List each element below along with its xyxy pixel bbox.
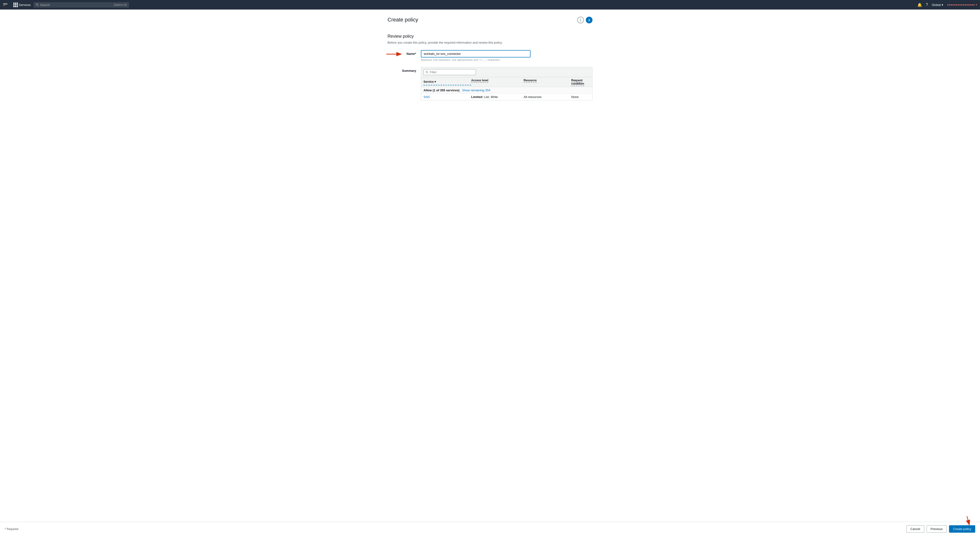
name-input[interactable] — [421, 50, 530, 57]
step-1: 1 — [577, 17, 584, 23]
show-remaining-link[interactable]: Show remaining 354 — [462, 88, 490, 92]
row-service-cell: SNS — [423, 95, 471, 99]
summary-label: Summary — [402, 67, 416, 72]
search-shortcut: [Option+S] — [114, 3, 127, 6]
row-resource-cell: All resources — [523, 95, 571, 99]
review-section: Review policy Before you create this pol… — [388, 34, 592, 100]
grid-icon — [13, 3, 18, 7]
col-access-header: Access level — [471, 79, 523, 85]
account-chevron-icon: ▾ — [976, 3, 977, 6]
allow-text: Allow (1 of 355 services) — [423, 88, 460, 92]
name-field-row: Name* Maximum 128 characters. Use alphan… — [388, 50, 592, 61]
name-input-wrap: Maximum 128 characters. Use alphanumeric… — [421, 50, 530, 61]
page-header: Create policy 1 2 — [388, 17, 592, 30]
services-nav-label: Services — [19, 3, 31, 7]
top-navigation: aws Services [Option+S] 🔔 ? Global ▾ ●●●… — [0, 0, 980, 10]
aws-logo[interactable]: aws — [3, 2, 11, 7]
global-selector[interactable]: Global ▾ — [932, 3, 943, 7]
filter-input-wrap[interactable] — [423, 69, 476, 75]
account-menu[interactable]: ●●●●●●●●●●●●●●●● ▾ — [947, 3, 977, 6]
summary-section: Summary — [388, 67, 592, 100]
search-input[interactable] — [40, 3, 113, 7]
svg-line-2 — [38, 5, 38, 6]
account-label: ●●●●●●●●●●●●●●●● — [947, 3, 975, 6]
table-row: SNS Limited: List, Write All resources N… — [421, 94, 592, 100]
name-label: Name* — [402, 50, 416, 56]
nav-right: 🔔 ? Global ▾ ●●●●●●●●●●●●●●●● ▾ — [917, 3, 977, 7]
row-access-cell: Limited: List, Write — [471, 95, 523, 99]
svg-line-6 — [427, 72, 428, 73]
col-service-header[interactable]: Service ▾ — [423, 79, 471, 85]
svg-text:aws: aws — [3, 2, 7, 5]
help-icon[interactable]: ? — [926, 3, 928, 7]
chevron-down-icon: ▾ — [942, 3, 943, 7]
stepper: 1 2 — [577, 17, 592, 23]
search-bar[interactable]: [Option+S] — [33, 2, 129, 8]
section-desc: Before you create this policy, provide t… — [388, 41, 592, 44]
name-arrow-indicator — [385, 51, 404, 58]
page-title: Create policy — [388, 17, 418, 23]
allow-row: Allow (1 of 355 services) Show remaining… — [421, 87, 592, 94]
filter-input[interactable] — [430, 70, 474, 74]
bell-icon[interactable]: 🔔 — [917, 3, 922, 7]
row-condition-cell: None — [571, 95, 590, 99]
filter-search-icon — [426, 71, 428, 74]
svg-point-1 — [36, 3, 38, 5]
service-link[interactable]: SNS — [423, 95, 430, 99]
col-resource-header: Resource — [523, 79, 571, 85]
section-title: Review policy — [388, 34, 592, 39]
services-nav-button[interactable]: Services — [13, 3, 31, 7]
name-hint: Maximum 128 characters. Use alphanumeric… — [421, 58, 530, 61]
sort-icon: ▾ — [434, 80, 436, 83]
filter-bar — [421, 67, 592, 77]
search-icon — [36, 3, 38, 6]
col-condition-header: Request condition — [571, 79, 590, 85]
step-2: 2 — [586, 17, 592, 23]
summary-table: Service ▾ Access level Resource Request … — [421, 67, 592, 100]
svg-point-5 — [426, 71, 428, 73]
table-header: Service ▾ Access level Resource Request … — [421, 77, 592, 87]
main-content: Create policy 1 2 Review policy Before y… — [383, 10, 597, 124]
